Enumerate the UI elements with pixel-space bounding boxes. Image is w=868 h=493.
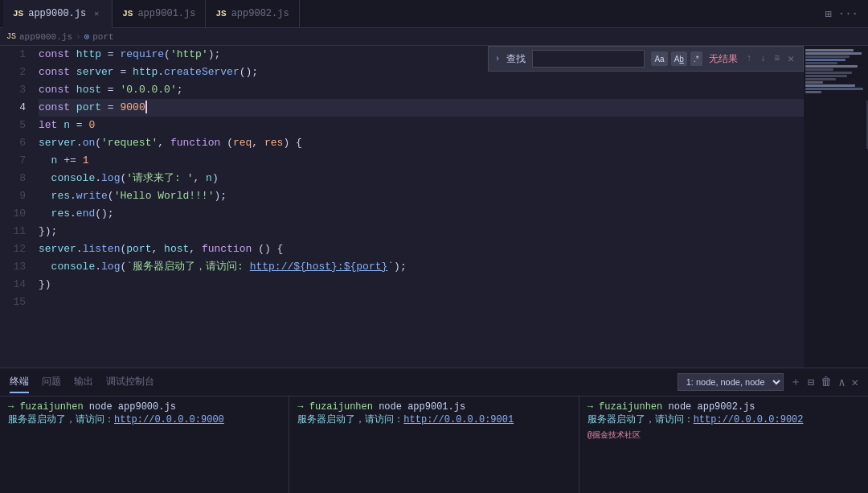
tab-label: app9000.js: [28, 8, 86, 19]
terminal-pane-2[interactable]: → fuzaijunhen node app9001.js 服务器启动了，请访问…: [289, 396, 579, 493]
breadcrumb-file[interactable]: app9000.js: [19, 32, 72, 42]
split-editor-btn[interactable]: ⊞: [825, 7, 831, 21]
terminal-line: → fuzaijunhen node app9000.js: [8, 401, 280, 413]
terminal-line: → fuzaijunhen node app9002.js: [588, 401, 860, 413]
tab-close-btn[interactable]: ✕: [91, 8, 102, 19]
line-num-2: 2: [10, 64, 26, 81]
terminal-footer: @掘金技术社区: [588, 431, 641, 440]
terminal-area: → fuzaijunhen node app9000.js 服务器启动了，请访问…: [0, 396, 868, 493]
close-panel-btn[interactable]: ✕: [852, 376, 858, 389]
search-input[interactable]: [532, 50, 645, 68]
tab-app9002[interactable]: JS app9002.js: [206, 0, 299, 28]
more-actions-btn[interactable]: ···: [838, 7, 858, 20]
code-line-9: res.write('Hello World!!!');: [39, 187, 804, 205]
line-num-9: 9: [10, 187, 26, 205]
terminal-footer-line: @掘金技术社区: [588, 429, 860, 441]
line-num-4: 4: [10, 99, 26, 117]
terminal-link[interactable]: http://0.0.0.0:9001: [403, 414, 514, 425]
search-next-btn[interactable]: ↓: [758, 53, 768, 64]
terminal-command: node app9000.js: [89, 401, 176, 413]
terminal-output-line: 服务器启动了，请访问：http://0.0.0.0:9001: [297, 413, 570, 426]
minimap-line: [805, 91, 821, 93]
tab-actions: ⊞ ···: [825, 7, 865, 21]
search-navigation: ↑ ↓ ≡ ✕: [744, 52, 796, 65]
debug-console-tab[interactable]: 调试控制台: [106, 372, 154, 393]
split-terminal-btn[interactable]: ⊟: [808, 376, 814, 389]
minimap-line: [805, 62, 837, 64]
new-terminal-btn[interactable]: ＋: [790, 375, 801, 389]
code-line-6: server.on('request', function (req, res)…: [39, 134, 804, 152]
line-num-3: 3: [10, 81, 26, 99]
code-line-13: console.log(`服务器启动了，请访问: http://${host}:…: [39, 258, 804, 276]
search-label: 查找: [506, 52, 526, 66]
tab-bar: JS app9000.js ✕ JS app9001.js JS app9002…: [0, 0, 868, 28]
kill-terminal-btn[interactable]: 🗑: [821, 376, 832, 388]
search-list-btn[interactable]: ≡: [772, 53, 782, 64]
tab-label: app9002.js: [231, 8, 289, 19]
code-line-4: const port = 9000: [39, 99, 804, 117]
terminal-pane-1[interactable]: → fuzaijunhen node app9000.js 服务器启动了，请访问…: [0, 396, 289, 493]
minimap: [804, 46, 868, 368]
minimap-line: [805, 65, 858, 68]
code-line-10: res.end();: [39, 205, 804, 223]
whole-word-btn[interactable]: Ab: [671, 51, 687, 66]
case-sensitive-btn[interactable]: Aa: [651, 51, 667, 66]
minimap-line: [805, 68, 833, 71]
minimap-line: [805, 88, 863, 90]
code-line-12: server.listen(port, host, function () {: [39, 240, 804, 258]
terminal-prompt: → fuzaijunhen: [588, 401, 663, 413]
code-line-11: });: [39, 223, 804, 240]
js-icon: JS: [215, 9, 226, 18]
line-numbers: 1 2 3 4 5 6 7 8 9 10 11 12 13 14 15: [0, 46, 32, 368]
code-line-14: }): [39, 276, 804, 294]
regex-btn[interactable]: .*: [690, 51, 702, 66]
minimap-line: [805, 55, 850, 58]
terminal-tab[interactable]: 终端: [10, 372, 29, 393]
terminal-pane-3[interactable]: → fuzaijunhen node app9002.js 服务器启动了，请访问…: [579, 396, 868, 493]
breadcrumb: JS app9000.js › ⊙ port: [0, 28, 868, 46]
code-editor[interactable]: const http = require('http'); const serv…: [32, 46, 804, 368]
tab-label: app9001.js: [137, 8, 195, 19]
search-close-btn[interactable]: ✕: [785, 52, 796, 65]
minimap-line: [805, 78, 836, 80]
minimap-line: [805, 52, 862, 55]
line-num-1: 1: [10, 46, 26, 64]
line-num-13: 13: [10, 258, 26, 276]
breadcrumb-separator: ›: [76, 32, 81, 42]
terminal-instance-select[interactable]: 1: node, node, node: [678, 373, 784, 391]
terminal-line: → fuzaijunhen node app9001.js: [297, 401, 570, 413]
js-icon: JS: [13, 9, 23, 18]
terminal-link[interactable]: http://0.0.0.0:9000: [114, 414, 224, 425]
line-num-5: 5: [10, 117, 26, 134]
tab-app9000[interactable]: JS app9000.js ✕: [3, 0, 113, 28]
terminal-output-line: 服务器启动了，请访问：http://0.0.0.0:9000: [8, 413, 280, 426]
code-line-7: n += 1: [39, 152, 804, 170]
line-num-7: 7: [10, 152, 26, 170]
search-options: Aa Ab .*: [651, 51, 702, 66]
code-line-5: let n = 0: [39, 117, 804, 134]
search-prev-btn[interactable]: ↑: [744, 53, 755, 64]
maximize-panel-btn[interactable]: ∧: [838, 376, 845, 389]
terminal-prompt: → fuzaijunhen: [297, 401, 373, 413]
breadcrumb-symbol[interactable]: port: [92, 32, 113, 42]
minimap-line: [805, 81, 823, 84]
editor-area: › 查找 Aa Ab .* 无结果 ↑ ↓ ≡ ✕ 1 2 3 4 5 6 7 …: [0, 46, 868, 368]
line-num-6: 6: [10, 134, 26, 152]
terminal-command: node app9002.js: [668, 401, 755, 413]
search-collapse-btn[interactable]: ›: [495, 54, 501, 64]
breadcrumb-symbol-icon: ⊙: [84, 31, 90, 42]
panel-tabs: 终端 问题 输出 调试控制台 1: node, node, node ＋ ⊟ 🗑…: [0, 368, 868, 396]
output-tab[interactable]: 输出: [74, 372, 93, 393]
terminal-link[interactable]: http://0.0.0.0:9002: [694, 414, 804, 425]
panel-actions: 1: node, node, node ＋ ⊟ 🗑 ∧ ✕: [678, 373, 858, 391]
problems-tab[interactable]: 问题: [42, 372, 61, 393]
bottom-panel: 终端 问题 输出 调试控制台 1: node, node, node ＋ ⊟ 🗑…: [0, 368, 868, 493]
terminal-output: 服务器启动了，请访问：http://0.0.0.0:9001: [297, 414, 514, 425]
minimap-line: [805, 49, 854, 51]
js-icon: JS: [122, 9, 133, 18]
search-no-result: 无结果: [709, 52, 738, 66]
minimap-line: [805, 75, 847, 77]
tab-app9001[interactable]: JS app9001.js: [113, 0, 206, 28]
line-num-10: 10: [10, 205, 26, 223]
minimap-content: [804, 46, 868, 101]
